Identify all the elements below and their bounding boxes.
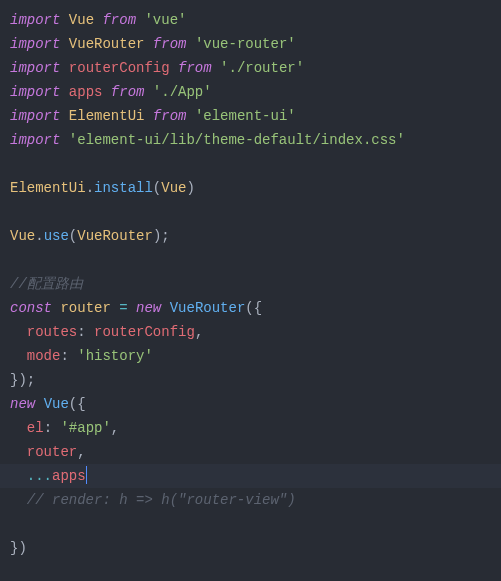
- code-line[interactable]: // render: h => h("router-view"): [10, 488, 491, 512]
- code-token: routes: [27, 324, 77, 340]
- code-token: '#app': [60, 420, 110, 436]
- code-token: :: [44, 420, 61, 436]
- code-line[interactable]: router,: [10, 440, 491, 464]
- code-token: [10, 420, 27, 436]
- code-line[interactable]: //配置路由: [10, 272, 491, 296]
- code-token: [186, 36, 194, 52]
- code-token: .: [35, 228, 43, 244]
- code-token: new: [136, 300, 161, 316]
- code-token: from: [153, 108, 187, 124]
- code-token: router: [60, 300, 110, 316]
- code-token: apps: [69, 84, 103, 100]
- code-token: ,: [111, 420, 119, 436]
- code-token: [10, 324, 27, 340]
- code-token: [144, 84, 152, 100]
- code-line[interactable]: }): [10, 536, 491, 560]
- code-line[interactable]: ElementUi.install(Vue): [10, 176, 491, 200]
- code-token: ,: [77, 444, 85, 460]
- code-line[interactable]: mode: 'history': [10, 344, 491, 368]
- code-token: import: [10, 84, 60, 100]
- code-token: ElementUi: [10, 180, 86, 196]
- code-line[interactable]: import 'element-ui/lib/theme-default/ind…: [10, 128, 491, 152]
- code-token: [144, 108, 152, 124]
- code-token: //配置路由: [10, 276, 83, 292]
- code-token: from: [102, 12, 136, 28]
- code-token: from: [111, 84, 145, 100]
- code-token: [60, 12, 68, 28]
- code-token: ({: [245, 300, 262, 316]
- code-token: =: [119, 300, 127, 316]
- code-token: ElementUi: [69, 108, 145, 124]
- code-line[interactable]: [10, 248, 491, 272]
- code-line[interactable]: [10, 152, 491, 176]
- code-token: mode: [27, 348, 61, 364]
- code-line[interactable]: ...apps: [0, 464, 501, 488]
- code-line[interactable]: import apps from './App': [10, 80, 491, 104]
- code-token: from: [178, 60, 212, 76]
- code-token: [35, 396, 43, 412]
- code-line[interactable]: import ElementUi from 'element-ui': [10, 104, 491, 128]
- code-token: [60, 132, 68, 148]
- code-token: import: [10, 60, 60, 76]
- code-token: VueRouter: [170, 300, 246, 316]
- code-token: router: [27, 444, 77, 460]
- code-line[interactable]: const router = new VueRouter({: [10, 296, 491, 320]
- code-token: [10, 468, 27, 484]
- code-token: './App': [153, 84, 212, 100]
- code-token: ): [186, 180, 194, 196]
- code-token: new: [10, 396, 35, 412]
- code-line[interactable]: routes: routerConfig,: [10, 320, 491, 344]
- code-token: }): [10, 540, 27, 556]
- code-token: [60, 108, 68, 124]
- code-token: './router': [220, 60, 304, 76]
- code-token: 'history': [77, 348, 153, 364]
- code-token: [212, 60, 220, 76]
- code-line[interactable]: [10, 200, 491, 224]
- code-token: Vue: [161, 180, 186, 196]
- code-line[interactable]: import Vue from 'vue': [10, 8, 491, 32]
- code-token: (: [153, 180, 161, 196]
- code-token: routerConfig: [94, 324, 195, 340]
- code-token: install: [94, 180, 153, 196]
- code-line[interactable]: el: '#app',: [10, 416, 491, 440]
- code-line[interactable]: new Vue({: [10, 392, 491, 416]
- code-token: [60, 84, 68, 100]
- code-token: [10, 492, 27, 508]
- text-cursor: [86, 466, 87, 484]
- code-token: VueRouter: [69, 36, 145, 52]
- code-token: import: [10, 12, 60, 28]
- code-token: });: [10, 372, 35, 388]
- code-token: [60, 36, 68, 52]
- code-token: [111, 300, 119, 316]
- code-token: ,: [195, 324, 203, 340]
- code-token: );: [153, 228, 170, 244]
- code-editor[interactable]: import Vue from 'vue'import VueRouter fr…: [10, 8, 491, 560]
- code-token: Vue: [69, 12, 94, 28]
- code-token: const: [10, 300, 52, 316]
- code-line[interactable]: import VueRouter from 'vue-router': [10, 32, 491, 56]
- code-line[interactable]: import routerConfig from './router': [10, 56, 491, 80]
- code-token: from: [153, 36, 187, 52]
- code-token: 'element-ui/lib/theme-default/index.css': [69, 132, 405, 148]
- code-token: ...: [27, 468, 52, 484]
- code-token: [161, 300, 169, 316]
- code-token: Vue: [44, 396, 69, 412]
- code-token: el: [27, 420, 44, 436]
- code-token: routerConfig: [69, 60, 170, 76]
- code-token: [170, 60, 178, 76]
- code-line[interactable]: });: [10, 368, 491, 392]
- code-token: [10, 444, 27, 460]
- code-token: 'vue-router': [195, 36, 296, 52]
- code-token: VueRouter: [77, 228, 153, 244]
- code-token: [144, 36, 152, 52]
- code-token: [60, 60, 68, 76]
- code-token: :: [60, 348, 77, 364]
- code-line[interactable]: [10, 512, 491, 536]
- code-token: .: [86, 180, 94, 196]
- code-line[interactable]: Vue.use(VueRouter);: [10, 224, 491, 248]
- code-token: apps: [52, 468, 86, 484]
- code-token: // render: h => h("router-view"): [27, 492, 296, 508]
- code-token: ({: [69, 396, 86, 412]
- code-token: import: [10, 108, 60, 124]
- code-token: (: [69, 228, 77, 244]
